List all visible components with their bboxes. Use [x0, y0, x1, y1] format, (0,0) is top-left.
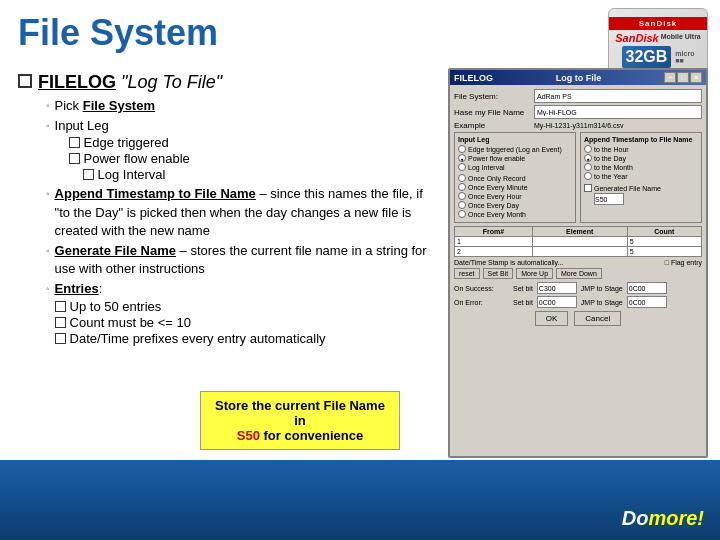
ok-cancel-row[interactable]: OK Cancel	[454, 311, 702, 326]
moredown-button[interactable]: More Down	[556, 268, 602, 279]
check-label-power: Power flow enable	[84, 151, 190, 166]
radio-interval-dot[interactable]	[458, 163, 466, 171]
timestamp-section: Append Timestamp to File Name to the Hou…	[580, 132, 702, 223]
set-label-1: Set bit	[513, 285, 533, 292]
sandisk-product: Mobile Ultra	[661, 33, 701, 41]
setbit-button[interactable]: Set Bit	[483, 268, 514, 279]
entry-label-1: Up to 50 entries	[70, 299, 162, 314]
dialog-close-button[interactable]: ×	[690, 72, 702, 83]
generated-label: Generated File Name	[594, 185, 661, 192]
radio-edge: Edge triggered (Log an Event)	[458, 145, 572, 153]
example-row: Example My-Hi-1231-y311m314/6.csv	[454, 121, 702, 130]
radio-power-dot[interactable]	[458, 154, 466, 162]
radio-once-only-dot[interactable]	[458, 174, 466, 182]
table-cell-from-1: 1	[455, 237, 533, 247]
radio-to-month-dot[interactable]	[584, 163, 592, 171]
main-bullet-filelog: FILELOG "Log To File"	[18, 72, 438, 93]
name-label: Hase my File Name	[454, 108, 534, 117]
radio-to-month: to the Month	[584, 163, 698, 171]
radio-every-day-dot[interactable]	[458, 201, 466, 209]
radio-to-hour: to the Hour	[584, 145, 698, 153]
micro-logo: micro■■	[675, 50, 694, 64]
radio-edge-dot[interactable]	[458, 145, 466, 153]
dialog-minimize-button[interactable]: −	[664, 72, 676, 83]
dialog-maximize-button[interactable]: □	[677, 72, 689, 83]
sub-item-pick: ◦ Pick File System	[46, 97, 438, 115]
radio-every-day: Once Every Day	[458, 201, 572, 209]
radio-every-minute-dot[interactable]	[458, 183, 466, 191]
long-text-append: Append Timestamp to File Name – since th…	[55, 185, 438, 240]
dialog-controls[interactable]: − □ ×	[664, 72, 702, 83]
dialog-title: FILELOG	[454, 73, 493, 83]
filelog-dialog: FILELOG Log to File − □ × File System: H…	[448, 68, 708, 458]
table-cell-count-2: 5	[627, 247, 701, 257]
check-edge: Edge triggered	[69, 135, 190, 150]
radio-every-minute: Once Every Minute	[458, 183, 572, 191]
radio-to-year-dot[interactable]	[584, 172, 592, 180]
check-box-power	[69, 153, 80, 164]
input-leg-section: Input Leg Edge triggered (Log an Event) …	[454, 132, 576, 223]
radio-once-only-label: Once Only Record	[468, 175, 526, 182]
long-text-generate: Generate File Name – stores the current …	[55, 242, 438, 278]
table-header-count: Count	[627, 227, 701, 237]
on-success-stage-input[interactable]	[627, 282, 667, 294]
table-row-1: 1 5	[455, 237, 702, 247]
reset-button[interactable]: reset	[454, 268, 480, 279]
on-success-input[interactable]	[537, 282, 577, 294]
entry-label-2: Count must be <= 10	[70, 315, 191, 330]
entry-item-3: Date/Time prefixes every entry automatic…	[55, 331, 326, 346]
on-success-label: On Success:	[454, 285, 509, 292]
datetime-row: Date/Time Stamp is automatically... □ Fl…	[454, 259, 702, 266]
sub-item-generate: ◦ Generate File Name – stores the curren…	[46, 242, 438, 278]
moreup-button[interactable]: More Up	[516, 268, 553, 279]
radio-to-day-label: to the Day	[594, 155, 626, 162]
radio-every-day-label: Once Every Day	[468, 202, 519, 209]
radio-power: Power flow enable	[458, 154, 572, 162]
check-label-edge: Edge triggered	[84, 135, 169, 150]
radio-every-hour-dot[interactable]	[458, 192, 466, 200]
radio-once-only: Once Only Record	[458, 174, 572, 182]
entry-item-1: Up to 50 entries	[55, 299, 326, 314]
bottom-bar	[0, 460, 720, 540]
sandisk-brand-top: SanDisk	[609, 17, 707, 30]
radio-interval: Log Interval	[458, 163, 572, 171]
callout-line3: for convenience	[260, 428, 363, 443]
bullet-circle-3: ◦	[46, 188, 50, 199]
table-cell-count-1: 5	[627, 237, 701, 247]
radio-every-month-dot[interactable]	[458, 210, 466, 218]
callout-line1: Store the current File Name in	[215, 398, 385, 428]
generated-input[interactable]	[594, 193, 624, 205]
radio-every-hour: Once Every Hour	[458, 192, 572, 200]
on-error-label: On Error:	[454, 299, 509, 306]
entry-item-2: Count must be <= 10	[55, 315, 326, 330]
on-error-stage-input[interactable]	[627, 296, 667, 308]
check-loginterval: Log Interval	[83, 167, 190, 182]
domore-logo: Domore!	[622, 507, 704, 530]
generated-checkbox[interactable]	[584, 184, 592, 192]
datetime-label: Date/Time Stamp is automatically...	[454, 259, 563, 266]
sub-text-inputleg: Input Leg	[55, 118, 109, 133]
on-error-input[interactable]	[537, 296, 577, 308]
action-buttons-row[interactable]: reset Set Bit More Up More Down	[454, 268, 702, 279]
entry-label-3: Date/Time prefixes every entry automatic…	[70, 331, 326, 346]
filelog-heading: FILELOG "Log To File"	[38, 72, 222, 93]
file-system-label: File System:	[454, 92, 534, 101]
cancel-button[interactable]: Cancel	[574, 311, 621, 326]
filelog-subtitle: "Log To File"	[116, 72, 222, 92]
main-content: FILELOG "Log To File" ◦ Pick File System…	[18, 72, 438, 349]
table-cell-from-2: 2	[455, 247, 533, 257]
name-input[interactable]	[534, 105, 702, 119]
file-system-input[interactable]	[534, 89, 702, 103]
bullet-circle-1: ◦	[46, 100, 50, 111]
sandisk-brand-name: SanDisk	[615, 32, 658, 44]
generated-file-row: Generated File Name	[584, 184, 698, 205]
check-box-entry1	[55, 301, 66, 312]
radio-to-day-dot[interactable]	[584, 154, 592, 162]
generated-input-row	[594, 193, 698, 205]
generated-check-row: Generated File Name	[584, 184, 698, 192]
ok-button[interactable]: OK	[535, 311, 569, 326]
radio-to-hour-dot[interactable]	[584, 145, 592, 153]
sub-item-inputleg: ◦ Input Leg Edge triggered Power flow en…	[46, 117, 438, 183]
radio-interval-label: Log Interval	[468, 164, 505, 171]
check-label-loginterval: Log Interval	[98, 167, 166, 182]
